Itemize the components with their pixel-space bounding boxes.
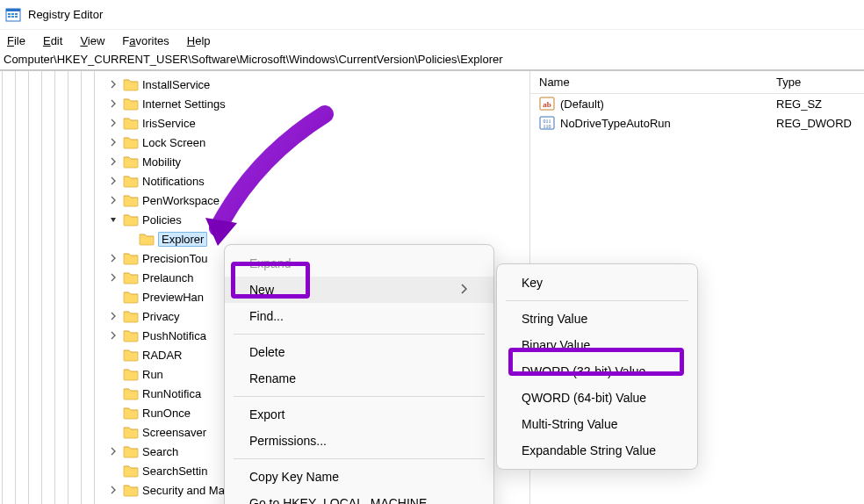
folder-icon [123,174,139,188]
tree-item[interactable]: Lock Screen [107,133,529,152]
address-bar[interactable]: Computer\HKEY_CURRENT_USER\Software\Micr… [0,51,864,70]
list-cell-name-text: (Default) [560,97,604,111]
svg-text:110: 110 [544,124,551,129]
cm-permissions[interactable]: Permissions... [225,428,493,454]
menu-favorites[interactable]: Favorites [119,32,172,49]
tree-item-label: Lock Screen [142,136,205,149]
list-header: Name Type [530,71,864,94]
window-title: Registry Editor [28,8,103,21]
folder-icon [123,290,139,304]
col-header-name[interactable]: Name [530,72,767,92]
folder-icon [123,425,139,439]
cm-delete[interactable]: Delete [225,339,493,365]
cm-expand: Expand [225,250,493,277]
chevron-right-icon[interactable] [107,310,119,322]
folder-icon [123,97,139,111]
cm-new-key[interactable]: Key [497,270,697,296]
chevron-right-icon[interactable] [107,155,119,168]
menu-edit[interactable]: Edit [40,32,66,49]
tree-item[interactable]: Notifications [107,171,529,191]
chevron-right-icon[interactable] [107,252,119,264]
list-row[interactable]: ab(Default)REG_SZ [530,94,864,113]
cm-export[interactable]: Export [225,401,493,428]
reg-binary-icon: 011110 [539,115,555,131]
cm-copy-key-name[interactable]: Copy Key Name [225,464,493,490]
folder-icon [123,77,139,91]
tree-item[interactable]: InstallService [107,75,529,94]
folder-icon [123,483,139,497]
reg-string-icon: ab [539,96,555,112]
list-cell-type: REG_SZ [767,97,864,111]
chevron-right-icon[interactable] [107,136,119,148]
chevron-right-icon[interactable] [107,194,119,206]
cm-goto-hklm[interactable]: Go to HKEY_LOCAL_MACHINE [225,490,493,504]
tree-item-label: Screensaver [142,426,206,439]
svg-rect-6 [11,16,14,18]
svg-rect-3 [11,13,14,15]
folder-icon [123,444,139,458]
tree-item[interactable]: IrisService [107,113,529,133]
folder-icon [123,193,139,207]
tree-item-label: RADAR [142,349,183,362]
col-header-type[interactable]: Type [767,72,864,92]
menu-view[interactable]: View [76,32,108,49]
tree-item[interactable]: PenWorkspace [107,191,529,210]
folder-icon [123,309,139,323]
cm-new-dword[interactable]: DWORD (32-bit) Value [497,358,697,385]
chevron-right-icon[interactable] [107,445,119,457]
context-menu-key: Expand New Find... Delete Rename Export … [224,244,494,504]
cm-new-binary[interactable]: Binary Value [497,332,697,358]
chevron-right-icon[interactable] [107,329,119,342]
chevron-right-icon[interactable] [107,78,119,90]
cm-new-expandstring[interactable]: Expandable String Value [497,437,697,464]
svg-rect-5 [8,16,11,18]
tree-item[interactable]: Policies [107,210,529,229]
svg-rect-4 [15,13,18,15]
menubar: File Edit View Favorites Help [0,30,864,51]
tree-item[interactable]: Mobility [107,152,529,171]
svg-rect-1 [6,9,20,11]
folder-icon [123,386,139,400]
svg-text:ab: ab [543,100,551,109]
tree-item-label: Notifications [142,175,205,188]
cm-separator [234,396,485,397]
menu-help[interactable]: Help [184,32,214,49]
chevron-right-icon[interactable] [107,117,119,129]
tree-item-label: RunOnce [142,407,191,420]
tree-item-label: SearchSettin [142,464,207,478]
folder-icon [123,155,139,169]
chevron-right-icon[interactable] [107,484,119,496]
svg-rect-2 [8,13,11,15]
folder-icon [123,367,139,381]
cm-new-multistring[interactable]: Multi-String Value [497,411,697,437]
cm-separator [506,300,688,301]
chevron-right-icon[interactable] [107,97,119,110]
tree-item-label: Prelaunch [142,271,194,284]
cm-separator [234,458,485,459]
folder-icon [123,212,139,227]
cm-find[interactable]: Find... [225,303,493,329]
folder-icon [123,251,139,265]
chevron-right-icon[interactable] [107,175,119,187]
tree-item[interactable]: Internet Settings [107,94,529,113]
cm-new-qword[interactable]: QWORD (64-bit) Value [497,385,697,411]
tree-item-label: Privacy [142,310,180,323]
folder-icon [123,328,139,342]
list-row[interactable]: 011110NoDriveTypeAutoRunREG_DWORD [530,113,864,133]
tree-item-label: PenWorkspace [142,194,220,207]
tree-item-label: PrecisionTou [142,252,207,265]
chevron-down-icon[interactable] [107,213,119,226]
tree-item-label: PushNotifica [142,329,206,342]
folder-icon [123,406,139,420]
tree-item-label: InstallService [142,78,210,91]
cm-rename[interactable]: Rename [225,365,493,392]
list-cell-type: REG_DWORD [767,117,864,130]
tree-item-label: Internet Settings [142,97,226,111]
menu-file[interactable]: File [4,32,29,49]
folder-icon [123,135,139,149]
folder-icon [123,348,139,362]
chevron-right-icon[interactable] [107,271,119,284]
chevron-right-icon [460,283,467,297]
cm-new[interactable]: New [225,277,493,303]
cm-new-string[interactable]: String Value [497,306,697,332]
